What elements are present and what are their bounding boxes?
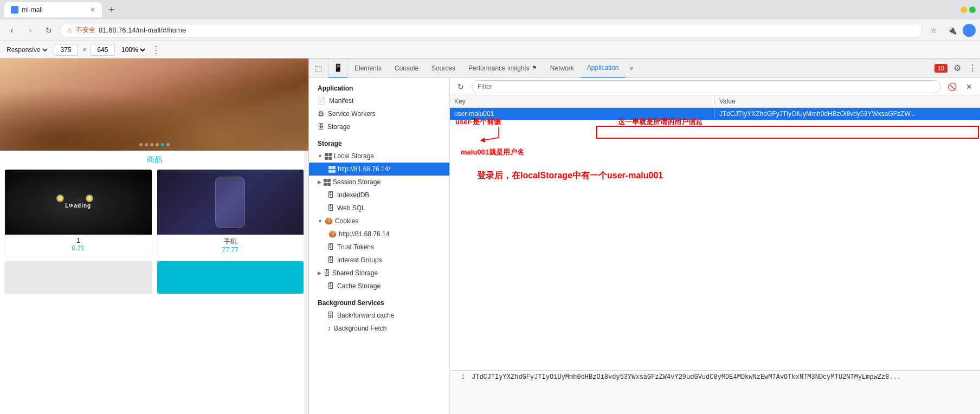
interest-groups-label: Interest Groups	[337, 256, 382, 264]
tab-performance[interactable]: Performance insights ⚑	[462, 59, 544, 78]
device-toggle-icon[interactable]: 📱	[328, 59, 348, 78]
inspect-icon[interactable]: ⬚	[309, 59, 328, 78]
local-storage-url-label: http://81.68.76.14/	[338, 165, 390, 173]
storage-root-icon: 🗄	[318, 123, 324, 131]
sidebar-item-background-fetch[interactable]: ↕ Background Fetch	[309, 322, 449, 335]
sidebar-item-back-forward[interactable]: 🗄 Back/forward cache	[309, 309, 449, 322]
device-toolbar: Responsive × 100% ⋮	[0, 41, 980, 59]
sidebar-storage-title: Storage	[309, 138, 449, 150]
col-value: Value	[715, 95, 980, 107]
table-row[interactable]: user-malu001 JTdCJTIyYXZhdGFyJTIyOiUyMmh…	[450, 108, 980, 120]
minimize-icon[interactable]	[960, 7, 967, 13]
forward-button[interactable]: ›	[23, 23, 38, 38]
sidebar-item-manifest[interactable]: 📄 Manifest	[309, 94, 449, 107]
more-options-button[interactable]: ⋮	[151, 44, 161, 56]
sidebar-item-shared-storage[interactable]: ▶ 🗄 Shared Storage	[309, 267, 449, 280]
shared-storage-expand-icon: ▶	[318, 270, 321, 276]
sidebar-item-cookies[interactable]: ▼ 🍪 Cookies	[309, 215, 449, 228]
filter-input[interactable]	[472, 80, 941, 93]
session-storage-label: Session Storage	[333, 178, 381, 186]
trust-tokens-label: Trust Tokens	[337, 243, 374, 251]
product-card-3[interactable]	[4, 261, 152, 294]
session-storage-icon	[324, 179, 331, 186]
extensions-button[interactable]: 🔌	[944, 23, 959, 38]
sidebar-background-title: Background Services	[309, 297, 449, 309]
address-text: 81.68.76.14/ml-mall/#/home	[99, 26, 186, 34]
trust-tokens-icon: 🗄	[327, 243, 334, 251]
dot-4	[156, 143, 159, 146]
local-storage-url-icon	[328, 166, 336, 173]
browser-tab[interactable]: ml-mall ✕	[4, 2, 102, 17]
web-sql-icon: 🗄	[327, 204, 334, 212]
product-card-1[interactable]: L⟳ading 1 0.21	[4, 169, 152, 256]
storage-root-label: Storage	[327, 123, 350, 131]
back-forward-icon: 🗄	[327, 312, 334, 319]
dot-3	[150, 143, 153, 146]
maximize-icon[interactable]	[969, 7, 976, 13]
product-name-2: 手机	[162, 237, 300, 246]
cookies-url-icon: 🍪	[328, 230, 337, 238]
tab-elements[interactable]: Elements	[348, 59, 388, 78]
loading-text: L⟳ading	[65, 203, 91, 209]
address-bar: ‹ › ↻ ⚠ 不安全 81.68.76.14/ml-mall/#/home ☆…	[0, 20, 980, 41]
tab-network[interactable]: Network	[544, 59, 581, 78]
table-header: Key Value	[450, 95, 980, 108]
table-cell-key: user-malu001	[450, 108, 715, 120]
devtools-sidebar: Application 📄 Manifest ⚙ Service Workers…	[309, 78, 450, 414]
tab-sources[interactable]: Sources	[425, 59, 462, 78]
more-devtools-icon[interactable]: ⋮	[965, 61, 980, 76]
filter-bar: ↻ 🚫 ✕	[450, 78, 980, 95]
line-content: JTdCJTIyYXZhdGFyJTIyOiUyMmh0dHBzOi8vdy53…	[472, 373, 901, 381]
tab-favicon	[11, 6, 18, 14]
dot-6	[166, 143, 170, 146]
sidebar-item-cache-storage[interactable]: 🗄 Cache Storage	[309, 280, 449, 293]
banner-dots	[139, 143, 170, 146]
sidebar-item-service-workers[interactable]: ⚙ Service Workers	[309, 107, 449, 120]
refresh-button[interactable]: ↻	[454, 80, 467, 93]
sidebar-item-local-storage[interactable]: ▼ Local Storage	[309, 150, 449, 163]
indexeddb-label: IndexedDB	[337, 191, 369, 199]
width-input[interactable]	[54, 44, 78, 56]
tab-application[interactable]: Application	[581, 59, 626, 78]
cookies-icon: 🍪	[325, 217, 333, 225]
local-storage-expand-icon: ▼	[318, 153, 323, 159]
close-filter-icon[interactable]: ✕	[963, 80, 976, 93]
tab-bar: ml-mall ✕ +	[0, 0, 980, 20]
col-key: Key	[450, 95, 715, 107]
tab-more[interactable]: »	[626, 59, 638, 78]
dimension-separator: ×	[82, 46, 86, 54]
background-fetch-label: Background Fetch	[334, 325, 386, 332]
sidebar-item-local-storage-url[interactable]: http://81.68.76.14/	[309, 163, 449, 176]
product-card-2[interactable]: 手机 77.77	[157, 169, 305, 256]
error-badge[interactable]: 10	[934, 64, 947, 73]
sidebar-item-indexeddb[interactable]: 🗄 IndexedDB	[309, 189, 449, 202]
background-fetch-icon: ↕	[327, 325, 331, 332]
tab-console[interactable]: Console	[388, 59, 425, 78]
new-tab-button[interactable]: +	[104, 2, 119, 17]
line-number: 1	[452, 373, 465, 381]
clear-filter-icon[interactable]: 🚫	[945, 80, 958, 93]
product-card-4[interactable]	[157, 261, 305, 294]
sidebar-item-storage-root[interactable]: 🗄 Storage	[309, 120, 449, 133]
bookmark-button[interactable]: ☆	[926, 23, 941, 38]
sidebar-item-trust-tokens[interactable]: 🗄 Trust Tokens	[309, 241, 449, 254]
product-image-2	[157, 170, 304, 235]
sidebar-item-interest-groups[interactable]: 🗄 Interest Groups	[309, 254, 449, 267]
device-select[interactable]: Responsive	[4, 46, 49, 54]
settings-icon[interactable]: ⚙	[950, 61, 965, 76]
sidebar-item-session-storage[interactable]: ▶ Session Storage	[309, 176, 449, 189]
sidebar-item-cookies-url[interactable]: 🍪 http://81.68.76.14	[309, 228, 449, 241]
sidebar-item-web-sql[interactable]: 🗄 Web SQL	[309, 202, 449, 215]
products-grid: L⟳ading 1 0.21 手机 77.77	[0, 169, 308, 261]
profile-avatar[interactable]	[963, 24, 976, 37]
table-cell-value: JTdCJTIyYXZhdGFyJTIyOiUyMmh0dHBzOi8vdy53…	[715, 108, 980, 120]
product-info-2: 手机 77.77	[157, 235, 304, 256]
reload-button[interactable]: ↻	[41, 23, 56, 38]
tab-close[interactable]: ✕	[90, 6, 95, 14]
back-button[interactable]: ‹	[4, 23, 20, 38]
address-input-wrapper[interactable]: ⚠ 不安全 81.68.76.14/ml-mall/#/home	[60, 23, 923, 38]
zoom-select[interactable]: 100%	[119, 46, 147, 54]
table-empty-area	[450, 120, 980, 371]
sidebar-background-section: Background Services 🗄 Back/forward cache…	[309, 295, 449, 337]
height-input[interactable]	[91, 44, 115, 56]
